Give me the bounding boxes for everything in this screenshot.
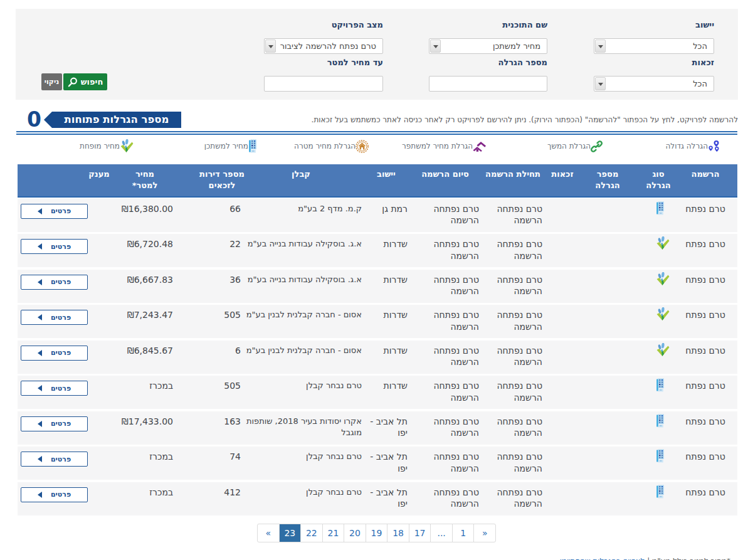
page-button-23[interactable]: 23 bbox=[279, 524, 301, 542]
chevron-left-icon bbox=[38, 492, 42, 498]
details-button[interactable]: פרטים bbox=[21, 416, 88, 431]
cell-contractor: אסום - חברה קבלנית לבנין בע"מ bbox=[241, 309, 362, 320]
target-price-icon bbox=[356, 140, 369, 153]
pagination-ellipsis: ... bbox=[430, 524, 452, 542]
filter-select-eligibility-value: הכל bbox=[693, 79, 707, 88]
cell-units-count: 66 bbox=[229, 203, 241, 215]
cell-registration-status: טרם נפתח bbox=[685, 274, 725, 286]
building-icon bbox=[656, 414, 665, 431]
cell-units-count: 163 bbox=[224, 416, 241, 428]
building-icon bbox=[656, 201, 665, 218]
details-button[interactable]: פרטים bbox=[21, 204, 88, 219]
page-button-1[interactable]: 1 bbox=[452, 524, 474, 542]
filter-select-project-status-dropdown-button[interactable] bbox=[265, 40, 276, 53]
table-row: טרם נפתחטרם נפתחה הרשמהטרם נפתחה הרשמהרמ… bbox=[18, 199, 737, 232]
column-header-contractor: קבלן bbox=[292, 169, 310, 180]
cell-registration-end: טרם נפתחה הרשמה bbox=[429, 487, 479, 510]
table-row: טרם נפתחטרם נפתחה הרשמהטרם נפתחה הרשמהשד… bbox=[18, 305, 737, 338]
cell-price-per-meter: ₪6,720.48 bbox=[127, 238, 173, 250]
details-button[interactable]: פרטים bbox=[21, 239, 88, 254]
page-button-19[interactable]: 19 bbox=[366, 524, 387, 542]
cell-contractor: א.ג. בוסקילה עבודות בנייה בע"מ bbox=[241, 238, 362, 250]
cell-registration-status: טרם נפתח bbox=[685, 345, 725, 357]
cell-price-per-meter: במכרז bbox=[149, 451, 173, 463]
cell-units-count: 505 bbox=[224, 380, 241, 392]
footer-note-link[interactable]: לצפייה בהגרלות שהסתיימו bbox=[560, 557, 645, 560]
cell-city: תל אביב - יפו bbox=[364, 416, 408, 439]
cell-registration-start: טרם נפתחה הרשמה bbox=[492, 309, 542, 332]
chevron-left-icon bbox=[38, 385, 42, 391]
details-button[interactable]: פרטים bbox=[21, 487, 88, 502]
page-button-20[interactable]: 20 bbox=[344, 524, 366, 542]
details-button[interactable]: פרטים bbox=[21, 381, 88, 396]
search-button[interactable]: חיפוש bbox=[63, 73, 107, 90]
registration-note: להרשמה לפרויקט, לחץ על הכפתור "להרשמה" (… bbox=[312, 115, 738, 124]
cell-city: שדרות bbox=[364, 274, 408, 286]
details-button-label: פרטים bbox=[51, 349, 71, 357]
cell-registration-status: טרם נפתח bbox=[685, 487, 725, 499]
legend-item-target-price-lottery: הגרלת מחיר מטרה bbox=[294, 139, 369, 154]
page-button-18[interactable]: 18 bbox=[387, 524, 409, 542]
legend-label-improver-price-lottery: הגרלת מחיר למשתפר bbox=[402, 142, 473, 151]
cell-price-per-meter: במכרז bbox=[149, 487, 173, 499]
reduced-price-icon bbox=[656, 236, 670, 253]
page-button-21[interactable]: 21 bbox=[322, 524, 344, 542]
legend-label-continuation-lottery: הגרלת המשך bbox=[547, 142, 591, 151]
legend-item-big-lottery: הגרלה גדולה bbox=[666, 139, 720, 154]
building-icon bbox=[656, 449, 665, 466]
filter-select-project-status[interactable]: טרם נפתח להרשמה לציבור bbox=[264, 38, 383, 54]
filter-select-eligibility-dropdown-button[interactable] bbox=[595, 77, 606, 90]
filter-input-lottery-number[interactable] bbox=[429, 76, 547, 92]
page-button-17[interactable]: 17 bbox=[409, 524, 431, 542]
filter-label-city: יישוב bbox=[695, 20, 714, 29]
column-header-registration-start: תחילת הרשמה bbox=[485, 169, 540, 180]
column-header-eligibility: זכאות bbox=[551, 169, 573, 180]
reduced-price-icon bbox=[120, 139, 134, 153]
filter-select-city-dropdown-button[interactable] bbox=[595, 40, 606, 53]
filter-input-max-price-per-meter[interactable] bbox=[264, 76, 383, 92]
search-icon bbox=[68, 77, 78, 87]
divider-line-bottom bbox=[16, 134, 737, 135]
cell-registration-end: טרם נפתחה הרשמה bbox=[429, 380, 479, 403]
cell-units-count: 6 bbox=[235, 345, 241, 357]
projects-list-page: { "filters": { "fields": [ { "label": "י… bbox=[0, 0, 748, 560]
cell-price-per-meter: ₪16,380.00 bbox=[122, 203, 173, 215]
search-button-label: חיפוש bbox=[81, 77, 103, 87]
details-button[interactable]: פרטים bbox=[21, 346, 88, 361]
legend-item-price-for-occupant: מחיר למשתכן bbox=[204, 139, 257, 154]
cell-contractor: ק.מ. מדף 2 בע"מ bbox=[241, 203, 362, 214]
column-header-units-for-eligible: מספר דירות לזכאים bbox=[193, 169, 251, 191]
page-button-22[interactable]: 22 bbox=[300, 524, 322, 542]
chevron-down-icon bbox=[598, 45, 603, 48]
details-button[interactable]: פרטים bbox=[21, 452, 88, 467]
table-header-row: הרשמהסוג הגרלהמספר הגרלהזכאותתחילת הרשמה… bbox=[18, 164, 737, 198]
legend-label-target-price-lottery: הגרלת מחיר מטרה bbox=[294, 142, 356, 151]
filter-select-project-status-value: טרם נפתח להרשמה לציבור bbox=[280, 41, 376, 51]
footer-note-text: *מחיר למטר כולל מע"מ | bbox=[645, 557, 730, 560]
filter-select-city[interactable]: הכל bbox=[594, 38, 714, 54]
cell-units-count: 505 bbox=[224, 309, 241, 321]
cell-registration-end: טרם נפתחה הרשמה bbox=[429, 451, 479, 474]
details-button-label: פרטים bbox=[51, 207, 71, 215]
cell-registration-status: טרם נפתח bbox=[685, 451, 725, 463]
open-lotteries-count: 0 bbox=[27, 107, 41, 132]
details-button[interactable]: פרטים bbox=[21, 275, 88, 290]
filter-select-eligibility[interactable]: הכל bbox=[594, 76, 714, 92]
pagination-next-button[interactable]: » bbox=[473, 524, 495, 542]
pagination-prev-button[interactable]: « bbox=[258, 524, 279, 542]
legend-label-reduced-price: מחיר מופחת bbox=[80, 142, 120, 151]
table-row: טרם נפתחטרם נפתחה הרשמהטרם נפתחה הרשמהשד… bbox=[18, 376, 737, 409]
cell-city: שדרות bbox=[364, 238, 408, 250]
table-row: טרם נפתחטרם נפתחה הרשמהטרם נפתחה הרשמהתל… bbox=[18, 482, 737, 515]
filter-select-program-dropdown-button[interactable] bbox=[430, 40, 441, 53]
cell-registration-status: טרם נפתח bbox=[685, 416, 725, 428]
cell-city: רמת גן bbox=[364, 203, 408, 215]
filter-label-max-price-per-meter: עד מחיר למטר bbox=[327, 58, 383, 67]
filter-select-program[interactable]: מחיר למשתכן bbox=[429, 38, 547, 54]
column-header-lottery-type: סוג הגרלה bbox=[639, 169, 678, 191]
cell-registration-start: טרם נפתחה הרשמה bbox=[492, 416, 542, 439]
filter-select-program-value: מחיר למשתכן bbox=[493, 41, 540, 51]
clear-button[interactable]: ניקוי bbox=[41, 73, 62, 90]
details-button[interactable]: פרטים bbox=[21, 310, 88, 325]
chevron-left-icon bbox=[38, 350, 42, 356]
